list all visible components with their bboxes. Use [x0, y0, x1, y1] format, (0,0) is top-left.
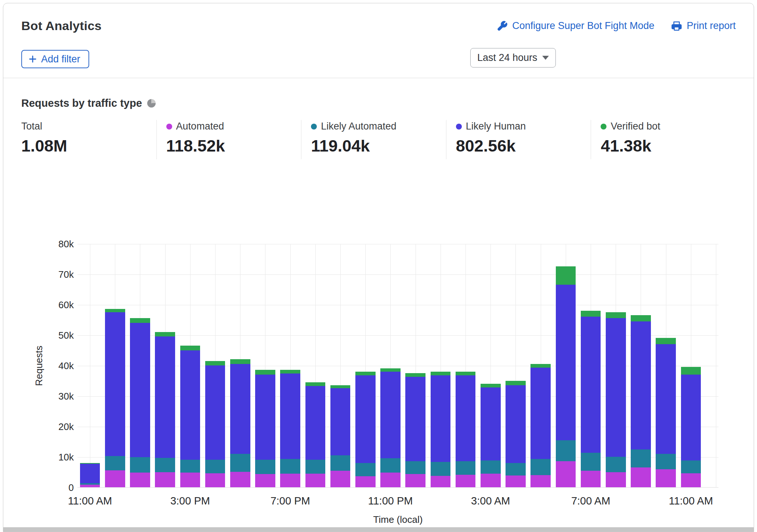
bar-segment-likely-automated	[155, 458, 175, 472]
bar-1-00-pm[interactable]	[127, 244, 152, 487]
x-tick-label: 7:00 AM	[571, 495, 610, 507]
bar-7-00-am[interactable]	[578, 244, 603, 487]
bar-segment-verified-bot	[105, 309, 125, 312]
bar-segment-automated	[130, 473, 150, 487]
x-tick-label: 7:00 PM	[271, 495, 310, 507]
x-tick-label: 11:00 AM	[68, 495, 112, 507]
bar-segment-likely-automated	[506, 463, 526, 475]
bar-8-00-pm[interactable]	[303, 244, 328, 487]
stat-verified-bot-label: Verified bot	[611, 121, 660, 132]
stat-likely-human: Likely Human 802.56k	[446, 120, 591, 159]
bar-segment-likely-human	[506, 385, 526, 463]
bar-segment-likely-human	[305, 386, 326, 460]
bar-segment-verified-bot	[355, 372, 376, 375]
bar-segment-likely-automated	[180, 460, 200, 473]
bar-3-00-am[interactable]	[478, 244, 503, 487]
bar-segment-likely-human	[180, 350, 200, 460]
x-tick-label: 3:00 PM	[170, 495, 210, 507]
bar-9-00-am[interactable]	[628, 244, 653, 487]
add-filter-button[interactable]: Add filter	[21, 50, 89, 68]
likely-automated-legend-dot	[311, 124, 317, 130]
bar-5-00-am[interactable]	[528, 244, 553, 487]
bar-segment-likely-automated	[431, 462, 451, 476]
bar-segment-likely-human	[230, 364, 250, 454]
bar-10-00-pm[interactable]	[353, 244, 378, 487]
bar-segment-automated	[380, 473, 401, 487]
bar-8-00-am[interactable]	[603, 244, 628, 487]
likely-human-legend-dot	[456, 124, 462, 130]
bar-segment-likely-automated	[681, 460, 701, 473]
bar-segment-likely-automated	[405, 461, 425, 474]
bar-7-00-pm[interactable]	[278, 244, 303, 487]
bar-segment-verified-bot	[431, 372, 451, 375]
bar-12-00-pm[interactable]	[102, 244, 127, 487]
section-title: Requests by traffic type	[21, 97, 142, 109]
bar-segment-verified-bot	[681, 367, 701, 375]
bar-9-00-pm[interactable]	[328, 244, 353, 487]
stat-verified-bot: Verified bot 41.38k	[591, 120, 736, 159]
bar-segment-automated	[456, 475, 476, 487]
bar-11-00-pm[interactable]	[378, 244, 403, 487]
print-report-link[interactable]: Print report	[671, 20, 736, 32]
pie-chart-icon[interactable]	[147, 99, 156, 108]
bar-segment-verified-bot	[205, 361, 225, 365]
bar-segment-likely-automated	[456, 461, 476, 475]
time-range-select[interactable]: Last 24 hours	[470, 48, 556, 68]
bar-segment-verified-bot	[506, 381, 526, 385]
bar-segment-likely-human	[606, 318, 626, 457]
bar-5-00-pm[interactable]	[228, 244, 253, 487]
card-bottom-edge	[3, 527, 754, 532]
bar-segment-likely-human	[431, 375, 451, 462]
bar-6-00-pm[interactable]	[253, 244, 278, 487]
bar-10-00-am[interactable]	[653, 244, 678, 487]
printer-icon	[671, 21, 682, 32]
bar-11-00-am[interactable]	[678, 244, 703, 487]
bar-12-00-am[interactable]	[403, 244, 428, 487]
bar-segment-likely-human	[631, 321, 651, 449]
bar-segment-likely-automated	[556, 440, 576, 461]
print-link-label: Print report	[687, 20, 736, 32]
bar-segment-likely-automated	[581, 453, 601, 471]
card-header: Bot Analytics Configure Super Bot Fight …	[21, 19, 736, 33]
bar-segment-likely-human	[681, 375, 701, 460]
stat-automated-value: 118.52k	[166, 136, 301, 156]
bar-segment-automated	[556, 461, 576, 487]
plus-icon	[28, 54, 37, 64]
stat-automated-label: Automated	[176, 121, 224, 132]
bar-segment-likely-human	[80, 464, 100, 483]
bar-4-00-pm[interactable]	[203, 244, 228, 487]
bar-segment-likely-human	[155, 336, 175, 458]
configure-super-bot-fight-mode-link[interactable]: Configure Super Bot Fight Mode	[497, 20, 654, 32]
bar-segment-likely-human	[280, 374, 300, 459]
bar-segment-likely-human	[205, 365, 225, 460]
bar-6-00-am[interactable]	[553, 244, 578, 487]
bar-segment-verified-bot	[556, 266, 576, 285]
stat-likely-automated-value: 119.04k	[311, 136, 446, 156]
bar-2-00-pm[interactable]	[153, 244, 178, 487]
bar-segment-automated	[581, 471, 601, 487]
bar-4-00-am[interactable]	[503, 244, 528, 487]
bar-1-00-am[interactable]	[428, 244, 453, 487]
stat-automated: Automated 118.52k	[156, 120, 301, 159]
verified-bot-legend-dot	[601, 124, 606, 130]
bar-segment-likely-human	[130, 323, 150, 457]
bar-segment-verified-bot	[255, 370, 275, 374]
bar-segment-likely-human	[380, 372, 401, 459]
bar-11-00-am[interactable]	[77, 244, 102, 487]
bar-segment-likely-human	[355, 375, 376, 463]
bar-segment-likely-automated	[205, 460, 225, 473]
bar-segment-verified-bot	[180, 346, 200, 350]
bar-segment-likely-automated	[380, 458, 401, 473]
bar-segment-automated	[631, 467, 651, 487]
bar-segment-verified-bot	[456, 372, 476, 375]
stat-likely-automated-label: Likely Automated	[321, 121, 396, 132]
stat-total-value: 1.08M	[21, 136, 156, 156]
bar-segment-automated	[481, 474, 501, 487]
bar-2-00-am[interactable]	[453, 244, 478, 487]
bar-segment-verified-bot	[581, 311, 601, 317]
bar-segment-likely-automated	[606, 457, 626, 472]
y-axis-title: Requests	[33, 346, 45, 386]
y-tick-label: 30k	[58, 391, 74, 402]
bar-segment-likely-automated	[305, 460, 326, 474]
bar-3-00-pm[interactable]	[178, 244, 203, 487]
